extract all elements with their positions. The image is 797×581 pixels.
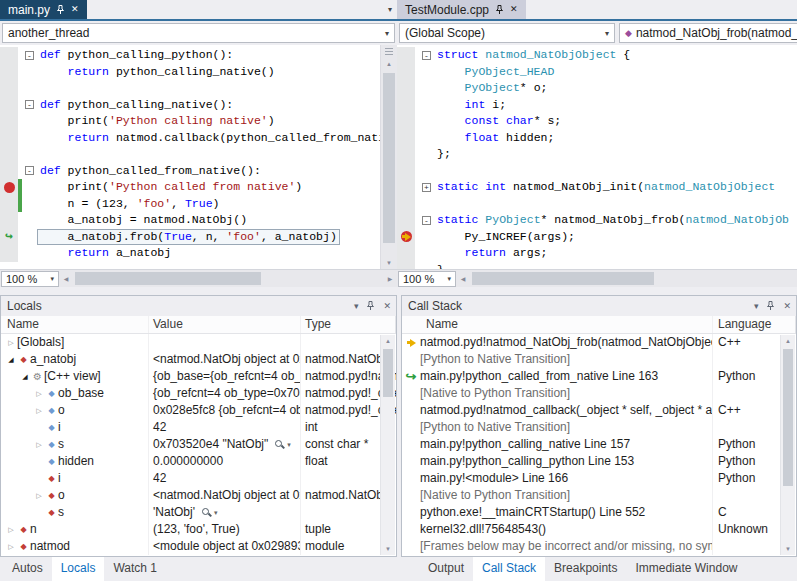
locals-row[interactable]: ◆s'NatObj'▾ [1,504,396,521]
splitter-grip[interactable] [385,48,393,57]
pin-icon[interactable] [56,5,65,15]
expander-icon[interactable]: ▷ [33,402,45,419]
callstack-row[interactable]: main.py!python_calling_python Line 153Py… [402,453,796,470]
code-editor-cpp[interactable]: -struct natmod_NatObjObject { PyObject_H… [397,45,797,269]
breakpoint-margin[interactable] [0,47,18,64]
breakpoint-margin[interactable] [397,196,415,213]
locals-row[interactable]: ◢⚙[C++ view]{ob_base={ob_refcnt=4 ob_typ… [1,368,396,385]
breakpoint-margin[interactable] [397,245,415,262]
expander-icon[interactable]: ◢ [19,368,31,385]
horizontal-scrollbar[interactable]: ◀ ▶ [59,270,397,287]
breakpoint-margin[interactable] [0,130,18,147]
callstack-row[interactable]: main.py!<module> Line 166Python [402,470,796,487]
vertical-scrollbar[interactable]: ▲ ▼ [380,335,395,555]
locals-row[interactable]: ◢◆a_natobj<natmod.NatObj object at 0x02A… [1,351,396,368]
tab-testmodule-cpp[interactable]: TestModule.cpp ✕ [397,0,526,19]
breakpoint-margin[interactable] [397,146,415,163]
expander-icon[interactable]: ▷ [33,385,45,402]
locals-row[interactable]: ◆i42int [1,419,396,436]
scroll-down-icon[interactable]: ▼ [381,543,395,555]
locals-row[interactable]: ▷◆o<natmod.NatObj object at 0x02A57D30>n… [1,487,396,504]
callstack-title-bar[interactable]: Call Stack ▾ ✕ [402,296,796,316]
breakpoint-margin[interactable] [0,245,18,262]
callstack-row[interactable]: [Python to Native Transition] [402,351,796,368]
breakpoint-margin[interactable] [397,262,415,270]
locals-row[interactable]: ▷◆natmod<module object at 0x029893f0>mod… [1,538,396,555]
tab-overflow-icon[interactable]: ▾ [383,5,397,14]
chevron-down-icon[interactable]: ▾ [214,504,218,521]
breakpoint-margin[interactable]: ↪ [0,229,18,246]
callstack-row[interactable]: kernel32.dll!75648543()Unknown [402,521,796,538]
breakpoint-margin[interactable] [0,97,18,114]
breakpoint-margin[interactable] [397,163,415,180]
locals-row[interactable]: ▷◆o0x028e5fc8 {ob_refcnt=4 ob_type=0x70n… [1,402,396,419]
scrollbar-track[interactable] [73,270,383,287]
expander-icon[interactable]: ▷ [5,538,17,555]
code-editor-python[interactable]: -def python_calling_python(): return pyt… [0,45,397,269]
pane-tab-watch-1[interactable]: Watch 1 [104,557,166,581]
breakpoint-margin[interactable] [0,212,18,229]
close-icon[interactable]: ✕ [383,301,391,311]
breakpoint-margin[interactable] [397,179,415,196]
fold-collapse-icon[interactable]: - [25,100,34,109]
locals-row[interactable]: ▷[Globals] [1,334,396,351]
scroll-down-icon[interactable]: ▼ [381,257,397,269]
expander-icon[interactable]: ▷ [5,334,17,351]
breakpoint-margin[interactable] [397,64,415,81]
scrollbar-track[interactable] [381,71,397,256]
chevron-down-icon[interactable]: ▾ [287,436,291,453]
column-header-name[interactable]: Name [420,316,713,333]
code-area[interactable]: -def python_calling_python(): return pyt… [0,45,380,269]
scroll-up-icon[interactable]: ▲ [781,335,795,347]
member-dropdown[interactable]: ◆ natmod_NatObj_frob(natmod_ ▾ [619,23,797,43]
scrollbar-thumb[interactable] [75,272,261,285]
scrollbar-thumb[interactable] [783,349,793,486]
scrollbar-track[interactable] [381,347,395,543]
pane-tab-immediate-window[interactable]: Immediate Window [626,557,746,581]
expander-icon[interactable]: ▷ [33,487,45,504]
fold-collapse-icon[interactable]: - [422,216,431,225]
breakpoint-margin[interactable] [397,80,415,97]
magnifier-icon[interactable] [274,439,285,451]
breakpoint-icon[interactable] [4,182,15,193]
thread-dropdown[interactable]: another_thread ▾ [2,23,395,43]
callstack-row[interactable]: python.exe!__tmainCRTStartup() Line 552C [402,504,796,521]
vertical-scrollbar[interactable]: ▲ ▼ [380,45,397,269]
zoom-dropdown[interactable]: 100 % ▾ [1,271,59,287]
breakpoint-icon[interactable] [401,231,412,242]
callstack-row[interactable]: [Python to Native Transition] [402,419,796,436]
callstack-row[interactable]: [Frames below may be incorrect and/or mi… [402,538,796,555]
fold-collapse-icon[interactable]: - [25,166,34,175]
locals-row[interactable]: ▷◆ob_base{ob_refcnt=4 ob_type=0x70352054… [1,385,396,402]
pane-tab-locals[interactable]: Locals [52,557,105,581]
breakpoint-margin[interactable] [397,97,415,114]
breakpoint-margin[interactable] [0,64,18,81]
breakpoint-margin[interactable] [397,229,415,246]
locals-row[interactable]: ◆hidden0.000000000float [1,453,396,470]
scroll-right-icon[interactable]: ▶ [383,275,397,282]
pane-tab-output[interactable]: Output [419,557,473,581]
breakpoint-margin[interactable] [397,113,415,130]
breakpoint-margin[interactable] [0,113,18,130]
expander-icon[interactable]: ◢ [5,351,17,368]
window-position-icon[interactable]: ▾ [354,301,359,311]
column-header-name[interactable]: Name [1,316,149,333]
zoom-dropdown[interactable]: 100 % ▾ [398,271,456,287]
fold-collapse-icon[interactable]: - [25,51,34,60]
horizontal-scrollbar[interactable]: ◀ ▶ [456,270,797,287]
scroll-left-icon[interactable]: ◀ [456,275,470,282]
locals-title-bar[interactable]: Locals ▾ ✕ [1,296,396,316]
close-icon[interactable]: ✕ [510,5,518,14]
pane-tab-call-stack[interactable]: Call Stack [473,557,545,581]
callstack-row[interactable]: [Native to Python Transition] [402,385,796,402]
pin-icon[interactable] [766,301,775,311]
scrollbar-thumb[interactable] [472,272,654,285]
breakpoint-margin[interactable] [397,212,415,229]
breakpoint-margin[interactable] [397,130,415,147]
pin-icon[interactable] [495,5,504,15]
pane-tab-autos[interactable]: Autos [3,557,52,581]
column-header-type[interactable]: Type [301,316,396,333]
pin-icon[interactable] [366,301,375,311]
scroll-left-icon[interactable]: ◀ [59,275,73,282]
scrollbar-thumb[interactable] [383,73,395,243]
